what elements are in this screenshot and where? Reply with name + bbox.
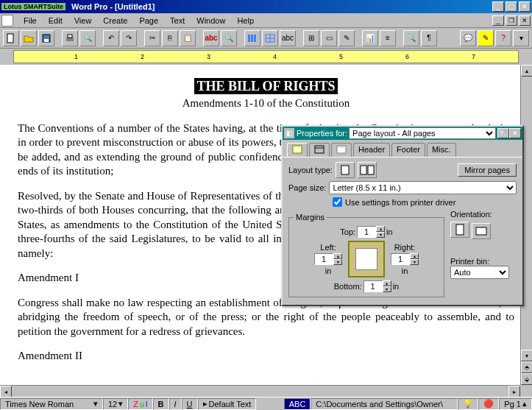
frame-button[interactable]: ▭	[321, 30, 337, 46]
font-selector[interactable]: Times New Roman ▾	[0, 398, 103, 410]
path-display[interactable]: C:\Documents and Settings\Owner\	[311, 398, 458, 410]
chart-button[interactable]: 📊	[362, 30, 378, 46]
properties-for-select[interactable]: Page layout - All pages	[349, 127, 496, 139]
comment-button[interactable]: 💬	[460, 30, 476, 46]
landscape-button[interactable]	[472, 223, 491, 239]
menu-page[interactable]: Page	[133, 15, 164, 26]
spin-up[interactable]: ▴	[376, 226, 385, 232]
menu-help[interactable]: Help	[231, 15, 260, 26]
insert-button[interactable]: ⊞	[303, 30, 319, 46]
dialog-titlebar[interactable]: ◧ Properties for: Page layout - All page…	[283, 127, 522, 140]
redo-button[interactable]: ↷	[121, 30, 137, 46]
unit-label: in	[393, 282, 400, 291]
svg-rect-20	[476, 227, 486, 235]
spin-down[interactable]: ▾	[376, 232, 385, 238]
portrait-button[interactable]	[450, 222, 469, 238]
spin-up[interactable]: ▴	[333, 253, 342, 259]
scroll-down-button[interactable]: ▾	[521, 350, 532, 361]
scroll-right-button[interactable]: ▸	[508, 386, 520, 397]
tab-misc[interactable]: Misc.	[427, 143, 456, 157]
tab-footer[interactable]: Footer	[391, 143, 425, 157]
spin-up[interactable]: ▴	[410, 253, 419, 259]
page-size-label: Page size:	[288, 183, 326, 192]
doc-subtitle: Amendments 1-10 of the Constitution	[18, 96, 514, 111]
bulb-icon[interactable]: 💡	[458, 398, 478, 410]
menu-view[interactable]: View	[68, 15, 98, 26]
margin-bottom-input[interactable]	[363, 280, 383, 292]
menu-create[interactable]: Create	[97, 15, 133, 26]
margin-top-input[interactable]	[357, 226, 376, 238]
horizontal-scrollbar[interactable]: ◂ ▸	[0, 385, 520, 397]
table-button[interactable]	[262, 30, 278, 46]
open-button[interactable]	[21, 30, 37, 46]
spin-up[interactable]: ▴	[383, 280, 391, 286]
doc-restore-button[interactable]: ❐	[506, 15, 517, 26]
spin-down[interactable]: ▾	[410, 259, 419, 265]
menu-text[interactable]: Text	[164, 15, 191, 26]
document-icon[interactable]	[1, 15, 13, 26]
close-button[interactable]: ✕	[519, 1, 531, 12]
page-size-select[interactable]: Letter (8.5 x 11 in.)	[329, 181, 517, 194]
doc-minimize-button[interactable]: _	[492, 15, 504, 26]
app-title: Word Pro - [Untitled1]	[71, 2, 155, 11]
zoom-button[interactable]: 🔍	[403, 30, 419, 46]
layout-facing-button[interactable]	[358, 162, 377, 178]
record-icon[interactable]: 🔴	[478, 398, 499, 410]
help-button[interactable]: ?	[495, 30, 511, 46]
properties-dialog: ◧ Properties for: Page layout - All page…	[281, 125, 524, 306]
align-button[interactable]: ≡	[380, 30, 396, 46]
use-printer-checkbox[interactable]	[333, 197, 342, 207]
ruler[interactable]: 1 2 3 4 5 6 7	[0, 49, 532, 65]
unit-label: in	[402, 266, 408, 275]
menu-edit[interactable]: Edit	[43, 15, 68, 26]
tab-lines[interactable]	[309, 143, 330, 157]
style-selector[interactable]: ▸Default Text	[198, 398, 257, 410]
copy-button[interactable]: ⎘	[162, 30, 178, 46]
paste-button[interactable]: 📋	[180, 30, 196, 46]
maximize-button[interactable]: ▢	[506, 1, 517, 12]
find-button[interactable]: 🔍	[221, 30, 237, 46]
minimize-button[interactable]: _	[492, 1, 504, 12]
print-button[interactable]	[62, 30, 78, 46]
color-selector[interactable]: Zul	[128, 398, 152, 410]
spin-down[interactable]: ▾	[383, 286, 391, 292]
show-hide-button[interactable]: ¶	[421, 30, 437, 46]
font-size-selector[interactable]: 12 ▾	[103, 398, 128, 410]
doc-close-button[interactable]: ✕	[519, 15, 531, 26]
save-button[interactable]	[38, 30, 54, 46]
mirror-pages-button[interactable]: Mirror pages	[458, 163, 517, 177]
margin-left-input[interactable]	[314, 253, 333, 265]
page-indicator[interactable]: Pg 1 ▴	[499, 398, 532, 410]
columns-button[interactable]	[244, 30, 260, 46]
tab-header[interactable]: Header	[353, 143, 390, 157]
svg-rect-16	[341, 166, 349, 174]
bold-button[interactable]: B	[153, 398, 169, 410]
highlight-button[interactable]: ✎	[478, 30, 494, 46]
margin-right-input[interactable]	[391, 253, 410, 265]
page-up-button[interactable]: ⬘	[521, 361, 532, 373]
new-button[interactable]	[3, 30, 19, 46]
spin-down[interactable]: ▾	[333, 259, 342, 265]
cut-button[interactable]: ✂	[144, 30, 160, 46]
right-label: Right:	[394, 243, 416, 252]
scroll-up-button[interactable]: ▴	[521, 65, 532, 77]
italic-button[interactable]: I	[169, 398, 182, 410]
menu-file[interactable]: File	[18, 15, 43, 26]
layout-single-button[interactable]	[336, 162, 355, 178]
underline-button[interactable]: U	[182, 398, 198, 410]
printer-bin-select[interactable]: Auto	[450, 266, 509, 279]
spell-button[interactable]: abc	[280, 30, 296, 46]
scroll-left-button[interactable]: ◂	[0, 386, 12, 397]
tab-size[interactable]	[287, 143, 308, 157]
page-down-button[interactable]: ⬙	[521, 373, 532, 385]
dialog-help-button[interactable]: ?..	[497, 128, 509, 138]
spellcheck-button[interactable]: abc	[203, 30, 219, 46]
draw-button[interactable]: ✎	[338, 30, 355, 46]
dialog-close-button[interactable]: ✕	[509, 128, 521, 138]
menu-window[interactable]: Window	[191, 15, 231, 26]
undo-button[interactable]: ↶	[103, 30, 119, 46]
tab-watermark[interactable]	[331, 143, 352, 157]
abc-indicator[interactable]: ABC	[284, 398, 311, 410]
toolbar-menu-button[interactable]: ▾	[513, 30, 529, 46]
print-preview-button[interactable]: 🔍	[79, 30, 96, 46]
